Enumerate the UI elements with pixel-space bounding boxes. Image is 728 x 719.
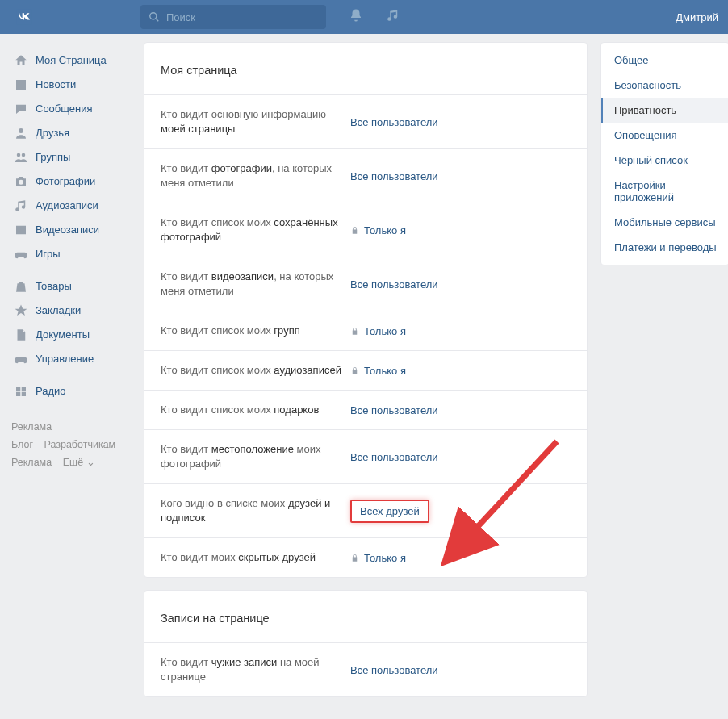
svg-rect-6 (22, 387, 26, 391)
setting-row: Кто видит список моих сохранённых фотогр… (144, 203, 587, 257)
rail-item[interactable]: Чёрный список (601, 148, 728, 173)
setting-value-dropdown[interactable]: Всех друзей (350, 500, 429, 523)
setting-value-dropdown[interactable]: Все пользователи (350, 170, 438, 182)
sidebar-item[interactable]: Моя Страница (8, 48, 134, 73)
sidebar-item[interactable]: Фотографии (8, 169, 134, 194)
sidebar-item-label: Управление (36, 353, 94, 366)
sidebar-item-label: Группы (36, 151, 70, 164)
setting-label: Кто видит моих скрытых друзей (161, 550, 350, 565)
sidebar-item[interactable]: Управление (8, 347, 134, 371)
setting-value-text: Все пользователи (350, 404, 438, 416)
sidebar-item[interactable]: Радио (8, 379, 134, 403)
setting-value-text: Только я (364, 365, 406, 377)
setting-label: Кто видит список моих подарков (161, 403, 350, 417)
setting-value-dropdown[interactable]: Все пользователи (350, 278, 438, 291)
sidebar-item[interactable]: Документы (8, 323, 134, 347)
search-input[interactable]: Поиск (140, 5, 326, 29)
camera-icon (13, 173, 29, 190)
setting-value-dropdown[interactable]: Все пользователи (350, 116, 438, 128)
sidebar-item-label: Фотографии (36, 175, 95, 188)
footer-blog[interactable]: Блог (11, 439, 33, 450)
sidebar-item-label: Видеозаписи (36, 224, 99, 236)
games-icon (13, 246, 29, 262)
setting-label: Кто видит видеозаписи, на которых меня о… (161, 270, 350, 299)
setting-value-dropdown[interactable]: Только я (350, 224, 406, 236)
svg-rect-5 (16, 387, 20, 391)
settings-panel: Моя страницаКто видит основную информаци… (144, 42, 588, 578)
footer-ad2[interactable]: Реклама (11, 457, 52, 468)
topbar: Поиск Дмитрий (0, 0, 728, 34)
video-icon (13, 222, 29, 238)
friends-icon (13, 125, 29, 141)
settings-rail: ОбщееБезопасностьПриватностьОповещенияЧё… (600, 42, 728, 265)
setting-value-dropdown[interactable]: Только я (350, 552, 406, 564)
sidebar-item[interactable]: Аудиозаписи (8, 194, 134, 218)
footer-dev[interactable]: Разработчикам (44, 439, 116, 450)
settings-panel: Записи на страницеКто видит чужие записи… (144, 590, 588, 697)
sidebar-item-label: Новости (36, 78, 76, 91)
rail-item[interactable]: Оповещения (601, 123, 728, 148)
setting-value-dropdown[interactable]: Все пользователи (350, 451, 438, 463)
rail-item[interactable]: Общее (601, 48, 728, 73)
setting-value-text: Все пользователи (350, 664, 438, 676)
sidebar-item[interactable]: Друзья (8, 121, 134, 145)
username[interactable]: Дмитрий (676, 11, 718, 23)
sidebar-item[interactable]: Группы (8, 145, 134, 169)
sidebar-item[interactable]: Игры (8, 242, 134, 266)
svg-point-0 (150, 13, 157, 19)
sidebar: Моя СтраницаНовостиСообщенияДрузьяГруппы… (8, 42, 134, 709)
setting-row: Кого видно в списке моих друзей и подпис… (144, 483, 587, 537)
setting-row: Кто видит фотографии, на которых меня от… (144, 148, 587, 203)
rail-item[interactable]: Платежи и переводы (601, 235, 728, 260)
setting-value-text: Только я (364, 552, 406, 564)
svg-point-1 (19, 128, 23, 133)
setting-row: Кто видит моих скрытых друзейТолько я (144, 537, 587, 577)
messages-icon (13, 101, 29, 117)
svg-point-2 (17, 153, 21, 157)
sidebar-item-label: Игры (36, 248, 61, 261)
lock-icon (350, 366, 359, 375)
music-top-icon[interactable] (386, 8, 400, 26)
sidebar-item-label: Закладки (36, 304, 81, 317)
sidebar-item[interactable]: Сообщения (8, 97, 134, 121)
music-icon (13, 198, 29, 214)
setting-value-dropdown[interactable]: Все пользователи (350, 664, 438, 676)
footer-more[interactable]: Ещё ⌄ (63, 457, 95, 468)
sidebar-item-label: Аудиозаписи (36, 199, 98, 212)
setting-value-dropdown[interactable]: Все пользователи (350, 404, 438, 416)
setting-row: Кто видит видеозаписи, на которых меня о… (144, 257, 587, 311)
setting-row: Кто видит местоположение моих фотографий… (144, 429, 587, 483)
sidebar-item[interactable]: Новости (8, 73, 134, 97)
footer-ad1[interactable]: Реклама (11, 421, 52, 433)
news-icon (13, 77, 29, 93)
sidebar-item[interactable]: Закладки (8, 299, 134, 323)
bell-icon[interactable] (349, 8, 363, 26)
sidebar-item[interactable]: Товары (8, 274, 134, 299)
sidebar-item-label: Сообщения (36, 102, 93, 115)
radio-icon (13, 383, 29, 399)
footer-links: Реклама Блог Разработчикам Реклама Ещё ⌄ (8, 418, 134, 471)
setting-row: Кто видит чужие записи на моей страницеВ… (144, 642, 587, 696)
gamepad-icon (13, 351, 29, 367)
rail-item[interactable]: Приватность (601, 98, 728, 123)
setting-value-text: Все пользователи (350, 278, 438, 291)
setting-value-dropdown[interactable]: Только я (350, 325, 406, 337)
groups-icon (13, 149, 29, 165)
svg-rect-8 (22, 392, 26, 396)
setting-value-text: Всех друзей (360, 505, 420, 517)
setting-label: Кто видит местоположение моих фотографий (161, 442, 350, 471)
setting-value-dropdown[interactable]: Только я (350, 365, 406, 377)
search-icon (149, 11, 160, 23)
sidebar-item-label: Товары (36, 280, 72, 293)
rail-item[interactable]: Безопасность (601, 73, 728, 98)
setting-value-text: Все пользователи (350, 451, 438, 463)
sidebar-item[interactable]: Видеозаписи (8, 218, 134, 242)
vk-logo-icon[interactable] (13, 6, 36, 28)
setting-row: Кто видит список моих подарковВсе пользо… (144, 390, 587, 429)
rail-item[interactable]: Мобильные сервисы (601, 210, 728, 235)
docs-icon (13, 327, 29, 343)
rail-item[interactable]: Настройки приложений (601, 173, 728, 210)
sidebar-item-label: Моя Страница (36, 54, 107, 67)
panel-title: Записи на странице (144, 591, 587, 642)
setting-value-text: Только я (364, 325, 406, 337)
